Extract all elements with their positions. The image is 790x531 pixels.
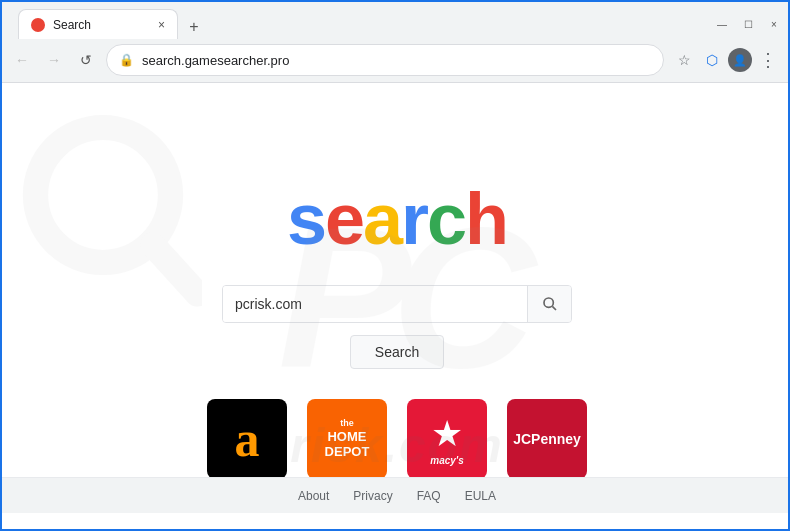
extension-icon[interactable]: ⬡ (700, 48, 724, 72)
bookmark-icon[interactable]: ☆ (672, 48, 696, 72)
new-tab-button[interactable]: + (182, 15, 206, 39)
tab-title: Search (53, 18, 150, 32)
logo-letter-s: s (287, 179, 325, 259)
logo-letter-c: c (427, 179, 465, 259)
search-icon-button[interactable] (527, 285, 571, 323)
reload-button[interactable]: ↺ (74, 48, 98, 72)
menu-icon[interactable]: ⋮ (756, 48, 780, 72)
search-input[interactable] (223, 286, 527, 322)
footer-eula-link[interactable]: EULA (465, 489, 496, 503)
close-window-button[interactable]: × (768, 18, 780, 30)
logo-letter-r: r (401, 179, 427, 259)
macys-shortcut[interactable]: ★ macy's (407, 399, 487, 479)
logo-letter-a: a (363, 179, 401, 259)
address-bar-actions: ☆ ⬡ 👤 ⋮ (672, 48, 780, 72)
macys-logo: ★ macy's (430, 413, 464, 466)
homedepot-logo: the HOME DEPOT (325, 418, 370, 460)
back-button[interactable]: ← (10, 48, 34, 72)
page-content: PC risk.com search (2, 83, 790, 513)
jcpenney-shortcut[interactable]: JCPenney (507, 399, 587, 479)
logo-letter-e: e (325, 179, 363, 259)
svg-line-1 (153, 245, 198, 295)
amazon-shortcut[interactable]: a (207, 399, 287, 479)
tab-favicon (31, 18, 45, 32)
lock-icon: 🔒 (119, 53, 134, 67)
profile-button[interactable]: 👤 (728, 48, 752, 72)
browser-window: Search × + — ☐ × ← → ↺ 🔒 search.gamesear… (2, 2, 788, 513)
macys-label-text: macy's (430, 455, 464, 466)
window-controls: — ☐ × (716, 18, 780, 30)
shortcuts-row: a the HOME DEPOT ★ macy's JCPenney (207, 399, 587, 479)
search-button[interactable]: Search (350, 335, 444, 369)
footer-about-link[interactable]: About (298, 489, 329, 503)
footer-privacy-link[interactable]: Privacy (353, 489, 392, 503)
title-bar: Search × + — ☐ × (2, 2, 788, 38)
tab-bar: Search × + (10, 9, 214, 39)
search-input-row (222, 285, 572, 323)
search-logo: search (287, 183, 507, 255)
jcpenney-logo: JCPenney (513, 431, 581, 447)
magnifier-watermark (22, 113, 202, 313)
search-icon (542, 296, 558, 312)
url-text: search.gamesearcher.pro (142, 53, 651, 68)
svg-point-2 (544, 298, 553, 307)
tab-close-button[interactable]: × (158, 18, 165, 32)
url-bar[interactable]: 🔒 search.gamesearcher.pro (106, 44, 664, 76)
footer: About Privacy FAQ EULA (2, 477, 790, 513)
macys-star-icon: ★ (431, 413, 463, 455)
amazon-logo: a (235, 410, 260, 468)
address-bar: ← → ↺ 🔒 search.gamesearcher.pro ☆ ⬡ 👤 ⋮ (2, 38, 788, 82)
forward-button[interactable]: → (42, 48, 66, 72)
maximize-button[interactable]: ☐ (742, 18, 754, 30)
svg-line-3 (552, 306, 556, 310)
homedepot-shortcut[interactable]: the HOME DEPOT (307, 399, 387, 479)
logo-letter-h: h (465, 179, 507, 259)
search-box-wrapper: Search (222, 285, 572, 369)
footer-faq-link[interactable]: FAQ (417, 489, 441, 503)
active-tab[interactable]: Search × (18, 9, 178, 39)
minimize-button[interactable]: — (716, 18, 728, 30)
